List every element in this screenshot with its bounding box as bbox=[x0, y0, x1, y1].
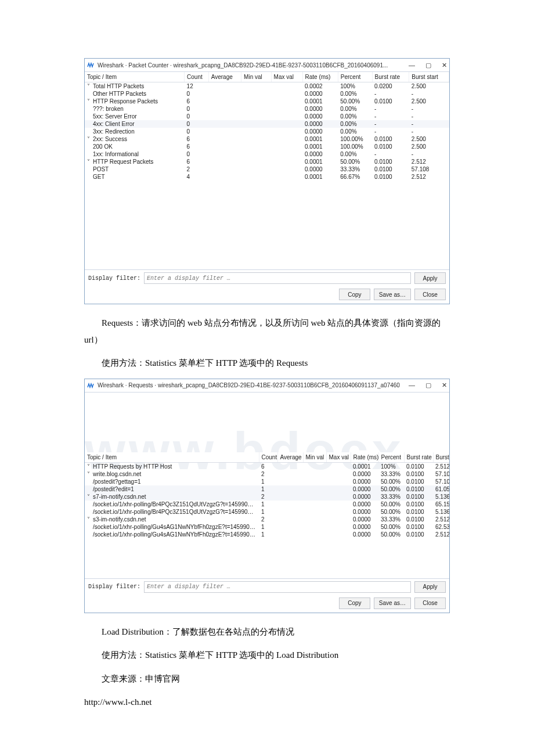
display-filter-input[interactable] bbox=[144, 272, 411, 284]
minimize-button[interactable]: — bbox=[409, 62, 415, 69]
cell: 0.00% bbox=[338, 90, 372, 98]
cell bbox=[208, 90, 241, 98]
column-header[interactable]: Percent bbox=[378, 452, 404, 463]
expand-icon[interactable]: ˅ bbox=[87, 83, 93, 89]
table-row[interactable]: /socket.io/1/xhr-polling/Br4PQc3Z151QdUt… bbox=[85, 508, 449, 516]
cell: 0.0000 bbox=[302, 165, 338, 173]
cell bbox=[241, 113, 271, 120]
table-row[interactable]: ˅ Total HTTP Packets120.0002100%0.02002.… bbox=[85, 82, 449, 91]
saveas-button[interactable]: Save as… bbox=[374, 289, 411, 300]
cell: 0.00% bbox=[338, 128, 372, 135]
cell: 2 bbox=[259, 516, 277, 523]
filter-label: Display filter: bbox=[88, 584, 140, 590]
maximize-button[interactable]: ▢ bbox=[425, 62, 431, 69]
column-header[interactable]: Percent bbox=[338, 72, 372, 82]
table-row[interactable]: 3xx: Redirection00.00000.00%-- bbox=[85, 128, 449, 135]
column-header[interactable]: Burst rate bbox=[404, 452, 433, 463]
cell: 0.0000 bbox=[351, 523, 378, 531]
cell bbox=[208, 98, 241, 105]
column-header[interactable]: Burst rate bbox=[372, 72, 409, 82]
apply-button[interactable]: Apply bbox=[414, 272, 446, 284]
cell: 0.0000 bbox=[302, 120, 338, 128]
column-header[interactable]: Topic / Item bbox=[85, 452, 259, 463]
cell bbox=[208, 150, 241, 158]
cell bbox=[271, 135, 302, 143]
table-row[interactable]: ˅ HTTP Requests by HTTP Host60.0001100%0… bbox=[85, 462, 449, 470]
cell: 0.00% bbox=[338, 113, 372, 120]
table-row[interactable]: ˅ s3-im-notify.csdn.net20.000033.33%0.01… bbox=[85, 516, 449, 523]
close-button[interactable]: ✕ bbox=[442, 382, 447, 388]
column-header[interactable]: Min val bbox=[241, 72, 271, 82]
cell: 0.00% bbox=[338, 120, 372, 128]
cell: 2 bbox=[259, 493, 277, 501]
table-row[interactable]: ˅ s7-im-notify.csdn.net20.000033.33%0.01… bbox=[85, 493, 449, 501]
table-row[interactable]: GET40.000166.67%0.01002.512 bbox=[85, 173, 449, 181]
display-filter-input[interactable] bbox=[144, 581, 411, 593]
cell: 6 bbox=[185, 135, 209, 143]
cell bbox=[277, 531, 303, 538]
expand-icon[interactable]: ˅ bbox=[87, 463, 93, 470]
filter-label: Display filter: bbox=[88, 275, 140, 282]
close-button[interactable]: ✕ bbox=[442, 62, 447, 69]
copy-button[interactable]: Copy bbox=[339, 597, 370, 609]
maximize-button[interactable]: ▢ bbox=[425, 382, 431, 388]
column-header[interactable]: Average bbox=[208, 72, 241, 82]
column-header[interactable]: Max val bbox=[271, 72, 302, 82]
table-row[interactable]: 5xx: Server Error00.00000.00%-- bbox=[85, 113, 449, 120]
expand-icon[interactable]: ˅ bbox=[87, 136, 93, 142]
apply-button[interactable]: Apply bbox=[414, 581, 446, 593]
copy-button[interactable]: Copy bbox=[339, 289, 370, 300]
cell: 0.0000 bbox=[302, 113, 338, 120]
column-header[interactable]: Rate (ms) bbox=[302, 72, 338, 82]
cell bbox=[271, 105, 302, 113]
cell bbox=[277, 470, 303, 478]
column-header[interactable]: Burst start bbox=[409, 72, 449, 82]
table-row[interactable]: 1xx: Informational00.00000.00%-- bbox=[85, 150, 449, 158]
column-header[interactable]: Count bbox=[259, 452, 277, 463]
cell: 50.00% bbox=[378, 501, 404, 508]
table-row[interactable]: ???: broken00.00000.00%-- bbox=[85, 105, 449, 113]
column-header[interactable]: Topic / Item bbox=[85, 72, 185, 82]
cell: 0.0000 bbox=[302, 90, 338, 98]
table-row[interactable]: /socket.io/1/xhr-polling/Gu4sAG1NwNYbfFh… bbox=[85, 531, 449, 538]
column-header[interactable]: Rate (ms) bbox=[351, 452, 378, 463]
cell: 6 bbox=[185, 98, 209, 105]
table-row[interactable]: POST20.000033.33%0.010057.108 bbox=[85, 165, 449, 173]
table-row[interactable]: ˅ 2xx: Success60.0001100.00%0.01002.500 bbox=[85, 135, 449, 143]
column-header[interactable]: Burst start bbox=[433, 452, 449, 463]
cell bbox=[277, 501, 303, 508]
saveas-button[interactable]: Save as… bbox=[374, 597, 411, 609]
minimize-button[interactable]: — bbox=[409, 382, 415, 388]
column-header[interactable]: Average bbox=[277, 452, 303, 463]
cell bbox=[208, 165, 241, 173]
table-row[interactable]: /socket.io/1/xhr-polling/Gu4sAG1NwNYbfFh… bbox=[85, 523, 449, 531]
cell bbox=[326, 470, 351, 478]
close-button2[interactable]: Close bbox=[414, 597, 446, 609]
table-row[interactable]: Other HTTP Packets00.00000.00%-- bbox=[85, 90, 449, 98]
cell bbox=[241, 135, 271, 143]
expand-icon[interactable]: ˅ bbox=[87, 516, 93, 523]
column-header[interactable]: Min val bbox=[303, 452, 326, 463]
cell bbox=[326, 508, 351, 516]
column-header[interactable]: Count bbox=[185, 72, 209, 82]
table-row[interactable]: 200 OK60.0001100.00%0.01002.500 bbox=[85, 143, 449, 150]
expand-icon[interactable]: ˅ bbox=[87, 471, 93, 477]
expand-icon[interactable]: ˅ bbox=[87, 98, 93, 105]
expand-icon[interactable]: ˅ bbox=[87, 159, 93, 165]
table-row[interactable]: ˅ write.blog.csdn.net20.000033.33%0.0100… bbox=[85, 470, 449, 478]
cell: 0.0000 bbox=[351, 508, 378, 516]
close-button2[interactable]: Close bbox=[414, 289, 446, 300]
table-row[interactable]: /socket.io/1/xhr-polling/Br4PQc3Z151QdUt… bbox=[85, 501, 449, 508]
cell: 0.0100 bbox=[372, 165, 409, 173]
cell: 65.157 bbox=[433, 501, 449, 508]
table-row[interactable]: 4xx: Client Error00.00000.00%-- bbox=[85, 120, 449, 128]
cell bbox=[208, 173, 241, 181]
table-row[interactable]: ˅ HTTP Response Packets60.000150.00%0.01… bbox=[85, 98, 449, 105]
cell bbox=[208, 105, 241, 113]
table-row[interactable]: /postedit?gettag=110.000050.00%0.010057.… bbox=[85, 478, 449, 485]
expand-icon[interactable]: ˅ bbox=[87, 494, 93, 500]
column-header[interactable]: Max val bbox=[326, 452, 351, 463]
cell: 0.0200 bbox=[372, 82, 409, 91]
table-row[interactable]: ˅ HTTP Request Packets60.000150.00%0.010… bbox=[85, 158, 449, 165]
table-row[interactable]: /postedit?edit=110.000050.00%0.010061.05… bbox=[85, 485, 449, 493]
